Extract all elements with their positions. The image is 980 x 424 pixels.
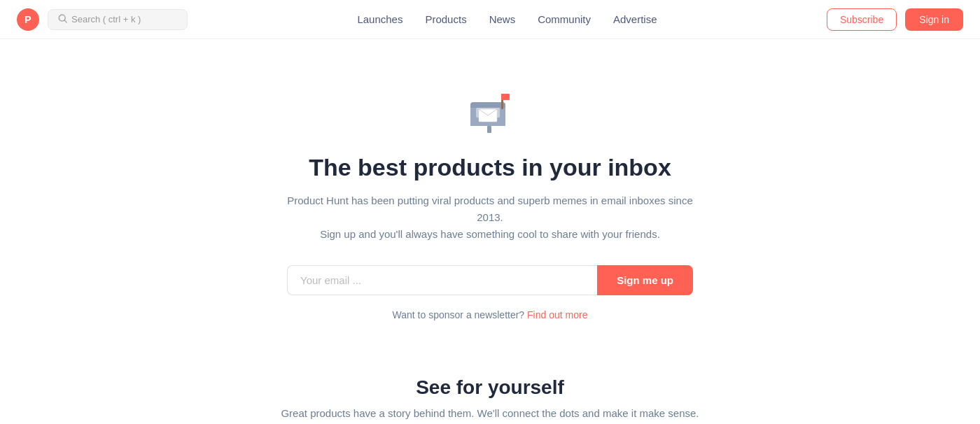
see-for-yourself-section: See for yourself Great products have a s… (281, 362, 699, 424)
nav-products[interactable]: Products (425, 13, 466, 25)
logo-button[interactable]: P (17, 8, 39, 31)
svg-rect-9 (501, 94, 510, 100)
hero-title: The best products in your inbox (309, 154, 671, 181)
search-bar[interactable]: Search ( ctrl + k ) (48, 9, 188, 30)
header-left: P Search ( ctrl + k ) (17, 8, 188, 31)
search-icon (58, 14, 67, 25)
signin-button[interactable]: Sign in (905, 8, 963, 31)
email-form: Sign me up (287, 265, 693, 295)
main-nav: Launches Products News Community Adverti… (357, 13, 657, 25)
nav-community[interactable]: Community (538, 13, 591, 25)
nav-launches[interactable]: Launches (357, 13, 402, 25)
svg-line-1 (64, 20, 66, 22)
subscribe-button[interactable]: Subscribe (827, 8, 897, 31)
section-subtitle: Great products have a story behind them.… (281, 407, 699, 419)
section-title: See for yourself (416, 376, 564, 399)
sponsor-text: Want to sponsor a newsletter? Find out m… (393, 309, 588, 320)
sponsor-link[interactable]: Find out more (527, 309, 587, 320)
email-input[interactable] (287, 265, 597, 295)
nav-advertise[interactable]: Advertise (613, 13, 657, 25)
signup-button[interactable]: Sign me up (597, 265, 693, 295)
header: P Search ( ctrl + k ) Launches Products … (0, 0, 980, 39)
svg-rect-10 (487, 126, 491, 133)
hero-subtitle: Product Hunt has been putting viral prod… (280, 192, 700, 243)
header-right: Subscribe Sign in (827, 8, 963, 31)
search-placeholder-text: Search ( ctrl + k ) (71, 14, 141, 24)
nav-news[interactable]: News (489, 13, 516, 25)
main-content: The best products in your inbox Product … (0, 39, 980, 424)
mailbox-icon (462, 81, 518, 140)
